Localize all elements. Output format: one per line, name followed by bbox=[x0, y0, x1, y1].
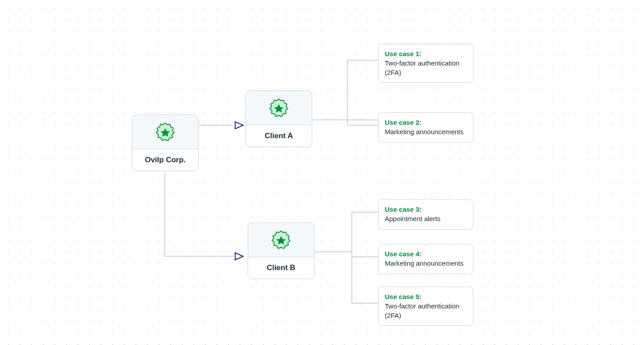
diagram-canvas: Ovilp Corp. Client A Client B Use case 1… bbox=[0, 0, 644, 345]
usecase-1-desc: Two-factor authentication (2FA) bbox=[385, 59, 467, 77]
usecase-4[interactable]: Use case 4: Marketing announcements bbox=[378, 244, 473, 274]
node-root-icon-area bbox=[132, 115, 198, 149]
node-client-b-icon-area bbox=[248, 223, 314, 257]
node-client-b-label: Client B bbox=[248, 257, 314, 279]
usecase-1[interactable]: Use case 1: Two-factor authentication (2… bbox=[378, 44, 473, 83]
usecase-3-title: Use case 3: bbox=[385, 205, 467, 214]
svg-marker-1 bbox=[235, 253, 243, 260]
node-root[interactable]: Ovilp Corp. bbox=[132, 115, 199, 171]
usecase-2-desc: Marketing announcements bbox=[385, 127, 467, 136]
node-client-b[interactable]: Client B bbox=[248, 222, 314, 279]
usecase-5-title: Use case 5: bbox=[385, 292, 467, 301]
svg-marker-0 bbox=[235, 122, 243, 129]
usecase-3[interactable]: Use case 3: Appointment alerts bbox=[378, 199, 473, 230]
usecase-4-desc: Marketing announcements bbox=[385, 259, 467, 268]
usecase-5-desc: Two-factor authentication (2FA) bbox=[385, 302, 467, 320]
node-client-a-icon-area bbox=[246, 91, 312, 125]
verified-star-icon bbox=[271, 230, 291, 251]
usecase-3-desc: Appointment alerts bbox=[385, 214, 467, 223]
verified-star-icon bbox=[155, 122, 175, 143]
node-client-a-label: Client A bbox=[246, 125, 312, 147]
connectors-svg bbox=[0, 0, 644, 345]
node-root-label: Ovilp Corp. bbox=[132, 149, 198, 171]
usecase-2[interactable]: Use case 2: Marketing announcements bbox=[378, 112, 473, 143]
node-client-a[interactable]: Client A bbox=[245, 90, 312, 147]
usecase-5[interactable]: Use case 5: Two-factor authentication (2… bbox=[378, 287, 473, 326]
usecase-4-title: Use case 4: bbox=[385, 250, 467, 259]
verified-star-icon bbox=[269, 98, 289, 119]
usecase-1-title: Use case 1: bbox=[385, 49, 467, 58]
usecase-2-title: Use case 2: bbox=[385, 118, 467, 127]
